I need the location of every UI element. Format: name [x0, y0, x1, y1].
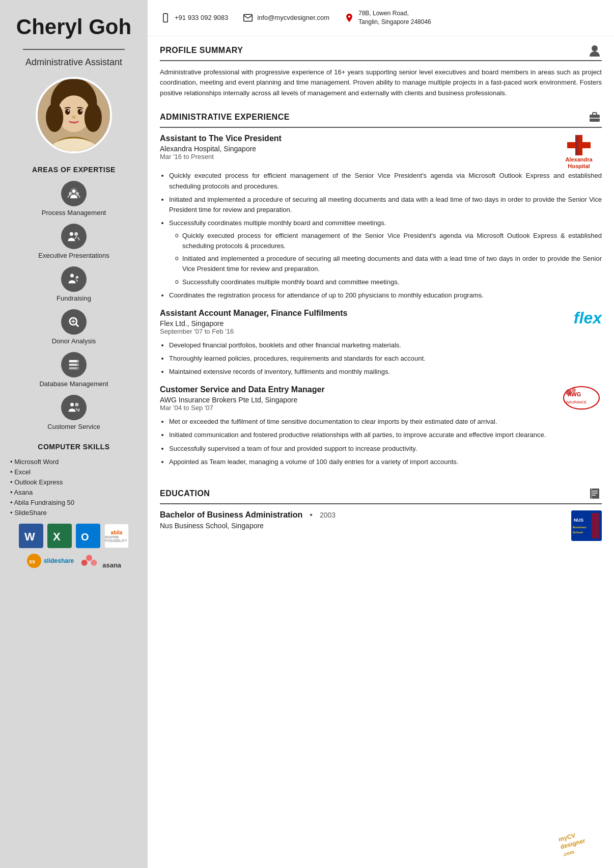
- expertise-exec-presentations: Executive Presentations: [38, 224, 109, 259]
- name-divider: [23, 49, 125, 50]
- avatar: [36, 77, 112, 153]
- profile-summary-section: PROFILE SUMMARY Administrative professio…: [148, 36, 614, 103]
- expertise-label-donor: Donor Analysis: [52, 337, 96, 345]
- svg-point-12: [72, 189, 75, 193]
- job1-title: Assistant to The Vice President: [160, 134, 282, 143]
- svg-point-41: [81, 560, 88, 566]
- job3-header-row: Customer Service and Data Entry Manager …: [160, 385, 602, 416]
- expertise-fundraising: Fundraising: [57, 266, 91, 302]
- name-block: Cheryl Goh: [16, 15, 131, 39]
- job2-bullets: Developed financial portfolios, booklets…: [160, 340, 602, 377]
- job1-bullet3: Successfully coordinates multiple monthl…: [169, 218, 602, 287]
- job1-bullet4: Coordinates the registration process for…: [169, 290, 602, 301]
- job2-company: Flex Ltd., Singapore: [160, 319, 347, 328]
- main-content: +91 933 092 9083 info@mycvdesigner.com: [148, 0, 614, 868]
- svg-text:INSURANCE: INSURANCE: [566, 400, 587, 404]
- svg-rect-50: [575, 135, 578, 155]
- job-entry-flex: Assistant Account Manager, Finance Fulfi…: [160, 309, 602, 377]
- svg-point-5: [85, 103, 102, 132]
- svg-point-54: [566, 389, 572, 395]
- job2-left: Assistant Account Manager, Finance Fulfi…: [160, 309, 347, 339]
- svg-text:W: W: [24, 530, 35, 543]
- expertise-label-database: Database Management: [39, 380, 108, 388]
- fundraising-icon: [61, 266, 87, 292]
- outlook-logo-icon: O: [76, 524, 100, 548]
- svg-text:School: School: [573, 531, 583, 534]
- profile-icon: [588, 43, 602, 58]
- svg-point-6: [65, 109, 70, 115]
- expertise-label-exec: Executive Presentations: [38, 252, 109, 259]
- svg-rect-65: [592, 513, 599, 538]
- profile-summary-header: PROFILE SUMMARY: [160, 43, 602, 61]
- asana-logo-icon: asana: [79, 552, 121, 569]
- sidebar: Cheryl Goh Administrative Assistant: [0, 0, 148, 868]
- job3-bullet2: Initiated communication and fostered pro…: [169, 430, 602, 440]
- email-address: info@mycvdesigner.com: [257, 14, 329, 21]
- svg-point-18: [70, 274, 74, 278]
- svg-text:X: X: [53, 530, 61, 543]
- job1-sub2: Initiated and implemented a procedure of…: [175, 254, 602, 274]
- svg-rect-57: [591, 489, 592, 499]
- svg-point-4: [46, 103, 63, 132]
- svg-point-55: [572, 388, 576, 392]
- email-icon: [242, 12, 254, 23]
- phone-number: +91 933 092 9083: [175, 14, 228, 21]
- job-entry-alexandra: Assistant to The Vice President Alexandr…: [160, 134, 602, 301]
- job-entry-awg: Customer Service and Data Entry Manager …: [160, 385, 602, 467]
- admin-experience-title: ADMINISTRATIVE EXPERIENCE: [160, 113, 290, 122]
- svg-point-42: [91, 560, 97, 566]
- address-text: 78B, Lowen Road, Tanglin, Singapore 2480…: [358, 9, 431, 26]
- briefcase-icon: [588, 110, 602, 124]
- svg-point-45: [592, 45, 598, 51]
- education-icon: [588, 486, 602, 501]
- job1-sub-bullets: Quickly executed process for efficient m…: [169, 231, 602, 287]
- donor-analysis-icon: [61, 309, 87, 335]
- expertise-customer-service: Customer Service: [47, 395, 100, 430]
- edu-degree-text: Bachelor of Business Administration: [160, 510, 302, 520]
- skill-excel: Excel: [10, 468, 137, 476]
- education-title: EDUCATION: [160, 489, 210, 498]
- svg-text:Business: Business: [573, 526, 587, 529]
- nus-logo-placeholder: NUS Business School: [571, 510, 602, 541]
- contact-phone: +91 933 092 9083: [160, 12, 228, 23]
- job3-left: Customer Service and Data Entry Manager …: [160, 385, 325, 416]
- customer-service-icon: [61, 395, 87, 420]
- phone-icon: [160, 12, 171, 23]
- exec-presentations-icon: [61, 224, 87, 249]
- svg-point-28: [77, 364, 78, 365]
- skill-slideshare: SlideShare: [10, 509, 137, 517]
- computer-skills-section: COMPUTER SKILLS Microsoft Word Excel Out…: [10, 443, 137, 569]
- svg-rect-43: [163, 13, 168, 22]
- job1-left: Assistant to The Vice President Alexandr…: [160, 134, 282, 165]
- slideshare-logo-icon: ss slideshare: [26, 553, 74, 568]
- expertise-section-title: AREAS OF EXPERTISE: [32, 166, 116, 174]
- svg-point-8: [68, 110, 69, 112]
- svg-line-21: [76, 324, 78, 327]
- edu-degree-row: Bachelor of Business Administration • 20…: [160, 510, 336, 520]
- job3-bullet3: Successfully supervised a team of four a…: [169, 444, 602, 454]
- job1-header-row: Assistant to The Vice President Alexandr…: [160, 134, 602, 170]
- job2-dates: September '07 to Feb '16: [160, 328, 347, 335]
- job1-bullet1: Quickly executed process for efficient m…: [169, 171, 602, 191]
- admin-experience-section: ADMINISTRATIVE EXPERIENCE Assistant to T…: [148, 103, 614, 479]
- job2-bullet2: Thoroughly learned policies, procedures,…: [169, 354, 602, 364]
- svg-point-10: [72, 116, 76, 119]
- expertise-label-customer-service: Customer Service: [47, 423, 100, 430]
- job2-bullet3: Maintained extensive records of inventor…: [169, 367, 602, 377]
- edu-school-text: Nus Business School, Singapore: [160, 522, 336, 530]
- job1-dates: Mar '16 to Present: [160, 153, 282, 160]
- database-mgmt-icon: [61, 352, 87, 377]
- education-section: EDUCATION Bachelor of Business Administr…: [148, 479, 614, 545]
- svg-rect-49: [567, 142, 591, 148]
- job2-header-row: Assistant Account Manager, Finance Fulfi…: [160, 309, 602, 339]
- app-logos: W X O abila INSPIRE POSSIBILITY: [10, 524, 137, 548]
- svg-text:ss: ss: [29, 558, 35, 564]
- skills-list: Microsoft Word Excel Outlook Express Asa…: [10, 458, 137, 517]
- job3-company: AWG Insurance Brokers Pte Ltd, Singapore: [160, 396, 325, 404]
- word-logo-icon: W: [19, 524, 43, 548]
- svg-point-31: [75, 403, 78, 406]
- job3-dates: Mar '04 to Sep '07: [160, 404, 325, 412]
- job1-bullets: Quickly executed process for efficient m…: [160, 171, 602, 301]
- contact-email: info@mycvdesigner.com: [242, 12, 329, 23]
- job1-sub1: Quickly executed process for efficient m…: [175, 231, 602, 251]
